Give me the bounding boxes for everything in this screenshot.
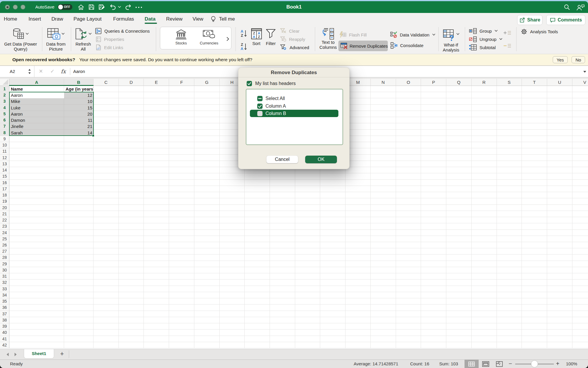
gallery-more-icon[interactable] [226, 37, 229, 41]
consolidate-button[interactable]: Consolidate [390, 42, 423, 49]
page-layout-view-icon[interactable] [482, 361, 489, 368]
row-header-22[interactable]: 22 [0, 217, 9, 223]
zoom-in-icon[interactable]: + [556, 360, 559, 368]
tab-tell-me[interactable]: Tell me [219, 13, 235, 26]
column-header-u[interactable]: U [547, 79, 572, 86]
row-header-39[interactable]: 39 [0, 323, 9, 329]
row-header-41[interactable]: 41 [0, 336, 9, 342]
tab-home[interactable]: Home [4, 13, 17, 26]
row-header-26[interactable]: 26 [0, 242, 9, 248]
account-feedback-icon[interactable] [576, 4, 585, 11]
row-header-24[interactable]: 24 [0, 230, 9, 236]
row-header-5[interactable]: 5 [0, 111, 9, 117]
sort-descending-button[interactable]: Z A [240, 43, 248, 51]
row-header-3[interactable]: 3 [0, 98, 9, 104]
cancel-entry-icon[interactable]: ✕ [38, 66, 44, 77]
sheet-nav-next-icon[interactable] [14, 352, 18, 357]
row-header-34[interactable]: 34 [0, 292, 9, 298]
row-header-10[interactable]: 10 [0, 142, 9, 148]
column-header-c[interactable]: C [93, 79, 119, 86]
show-detail-button[interactable] [504, 31, 511, 36]
row-header-38[interactable]: 38 [0, 317, 9, 323]
name-box-stepper[interactable] [28, 68, 32, 75]
subtotal-button[interactable]: Subtotal [469, 44, 496, 51]
add-sheet-button[interactable]: + [58, 350, 66, 358]
row-header-42[interactable]: 42 [0, 342, 9, 348]
search-icon[interactable] [563, 4, 571, 11]
group-button[interactable]: Group [469, 27, 498, 34]
row-header-2[interactable]: 2 [0, 92, 9, 98]
data-from-picture-button[interactable]: Data fromPicture [39, 28, 73, 51]
comments-button[interactable]: Comments [546, 15, 585, 25]
tab-page-layout[interactable]: Page Layout [74, 13, 101, 26]
row-header-36[interactable]: 36 [0, 304, 9, 311]
notification-no-button[interactable]: No [572, 56, 585, 63]
tab-view[interactable]: View [193, 13, 203, 26]
column-header-n[interactable]: N [371, 79, 396, 86]
row-header-9[interactable]: 9 [0, 136, 9, 142]
tab-data[interactable]: Data [145, 13, 156, 26]
column-header-e[interactable]: E [144, 79, 169, 86]
reapply-filter-button[interactable]: Reapply [280, 36, 305, 43]
row-header-11[interactable]: 11 [0, 148, 9, 154]
queries-connections-button[interactable]: Queries & Connections [95, 27, 150, 34]
what-if-analysis-button[interactable]: ? What-IfAnalysis [440, 29, 462, 52]
my-list-has-headers-checkbox[interactable]: My list has headers [247, 81, 296, 86]
ungroup-button[interactable]: Ungroup [469, 36, 502, 43]
confirm-entry-icon[interactable]: ✓ [49, 66, 56, 77]
tab-draw[interactable]: Draw [51, 13, 63, 26]
flash-fill-button[interactable]: Flash Fill [339, 31, 367, 38]
row-header-27[interactable]: 27 [0, 248, 9, 254]
cancel-button[interactable]: Cancel [266, 156, 298, 163]
column-header-d[interactable]: D [119, 79, 144, 86]
sheet-nav-prev-icon[interactable] [6, 352, 9, 357]
row-header-35[interactable]: 35 [0, 298, 9, 304]
row-header-30[interactable]: 30 [0, 267, 9, 273]
column-header-g[interactable]: G [194, 79, 220, 86]
dialog-item-column-b[interactable]: Column B [250, 110, 338, 117]
row-header-40[interactable]: 40 [0, 329, 9, 336]
advanced-filter-button[interactable]: Advanced [280, 44, 309, 51]
properties-button[interactable]: Properties [96, 36, 124, 43]
hide-detail-button[interactable] [504, 44, 511, 49]
formula-input[interactable]: Aaron [73, 66, 85, 77]
notification-yes-button[interactable]: Yes [553, 56, 568, 63]
ok-button[interactable]: OK [305, 156, 337, 163]
row-header-20[interactable]: 20 [0, 205, 9, 211]
fill-handle[interactable] [92, 134, 94, 137]
refresh-all-button[interactable]: RefreshAll [71, 28, 95, 51]
dialog-item-column-a[interactable]: Column A [246, 102, 343, 110]
remove-duplicates-button[interactable]: Remove Duplicates [338, 41, 388, 51]
dialog-item-select-all[interactable]: Select All [246, 95, 343, 102]
column-header-r[interactable]: R [472, 79, 497, 86]
analysis-tools-button[interactable]: Analysis Tools [521, 28, 558, 35]
sort-ascending-button[interactable]: A Z [240, 29, 248, 38]
row-header-37[interactable]: 37 [0, 311, 9, 317]
row-header-28[interactable]: 28 [0, 254, 9, 261]
page-break-view-icon[interactable] [496, 361, 503, 368]
column-header-q[interactable]: Q [446, 79, 472, 86]
zoom-slider-knob[interactable] [531, 361, 538, 367]
row-header-12[interactable]: 12 [0, 155, 9, 161]
zoom-out-icon[interactable]: − [509, 360, 512, 368]
row-header-23[interactable]: 23 [0, 223, 9, 229]
sheet-tab-sheet1[interactable]: Sheet1 [24, 349, 54, 359]
cell-B1[interactable]: Age (in years) [64, 86, 93, 92]
insert-function-icon[interactable]: fx [61, 66, 66, 77]
sort-button[interactable]: Z A A Z Sort [248, 28, 265, 46]
row-header-25[interactable]: 25 [0, 236, 9, 242]
select-all-corner[interactable] [0, 79, 9, 86]
row-header-4[interactable]: 4 [0, 105, 9, 111]
stocks-button[interactable]: Stocks [165, 29, 197, 45]
column-header-t[interactable]: T [522, 79, 547, 86]
row-header-29[interactable]: 29 [0, 261, 9, 267]
edit-links-button[interactable]: Edit Links [96, 44, 123, 51]
row-header-32[interactable]: 32 [0, 279, 9, 286]
cell-A1[interactable]: Name [9, 86, 64, 92]
column-header-f[interactable]: F [169, 79, 194, 86]
column-header-v[interactable]: V [572, 79, 588, 86]
row-header-33[interactable]: 33 [0, 286, 9, 292]
normal-view-icon[interactable] [468, 362, 475, 368]
row-header-17[interactable]: 17 [0, 186, 9, 192]
filter-button[interactable]: Filter [263, 28, 278, 46]
